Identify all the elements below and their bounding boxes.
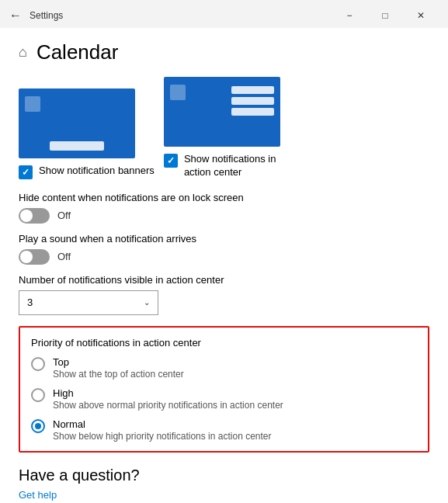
number-visible-label: Number of notifications visible in actio… xyxy=(19,274,429,286)
titlebar: ← Settings − □ ✕ xyxy=(0,0,448,28)
close-button[interactable]: ✕ xyxy=(403,3,439,28)
hide-content-row: Off xyxy=(19,208,429,224)
radio-top-label: Top xyxy=(53,356,184,368)
page-title: Calendar xyxy=(36,40,119,64)
play-sound-label: Play a sound when a notification arrives xyxy=(19,233,429,245)
hide-content-toggle[interactable] xyxy=(19,208,50,224)
back-button[interactable]: ← xyxy=(9,9,22,23)
thumb-icon-2 xyxy=(170,85,186,100)
play-sound-toggle-knob xyxy=(20,251,33,263)
radio-normal-text: Normal Show below high priority notifica… xyxy=(53,418,271,442)
thumbnail-banner xyxy=(19,88,135,158)
thumb-notif-1 xyxy=(231,86,274,94)
radio-option-high: High Show above normal priority notifica… xyxy=(31,387,417,411)
home-icon[interactable]: ⌂ xyxy=(19,44,27,61)
radio-top-desc: Show at the top of action center xyxy=(53,369,184,380)
show-action-center-checkbox[interactable] xyxy=(164,154,178,168)
show-banners-checkbox[interactable] xyxy=(19,165,33,179)
thumb-notif-stack xyxy=(231,86,274,116)
radio-high-label: High xyxy=(53,387,283,399)
show-action-center-label: Show notifications in action center xyxy=(184,153,280,179)
thumb-notif-2 xyxy=(231,97,274,105)
show-banners-row: Show notification banners xyxy=(19,165,155,179)
play-sound-toggle[interactable] xyxy=(19,249,50,265)
get-help-link[interactable]: Get help xyxy=(19,489,57,501)
radio-normal-label: Normal xyxy=(53,418,271,430)
show-action-center-row: Show notifications in action center xyxy=(164,153,280,179)
radio-high-text: High Show above normal priority notifica… xyxy=(53,387,283,411)
thumbnail-action-center xyxy=(164,77,280,147)
faq-section: Have a question? Get help xyxy=(19,467,429,501)
thumbnail-action-center-container: Show notifications in action center xyxy=(164,77,280,179)
show-banners-label: Show notification banners xyxy=(39,165,155,178)
radio-normal-desc: Show below high priority notifications i… xyxy=(53,431,271,442)
hide-content-state: Off xyxy=(57,210,71,221)
radio-high-desc: Show above normal priority notifications… xyxy=(53,400,283,411)
radio-top[interactable] xyxy=(31,357,45,371)
thumbnail-banner-container: Show notification banners xyxy=(19,88,155,179)
dropdown-arrow-icon: ⌄ xyxy=(144,298,150,307)
radio-option-normal: Normal Show below high priority notifica… xyxy=(31,418,417,442)
number-visible-value: 3 xyxy=(27,297,33,308)
titlebar-title: Settings xyxy=(30,10,63,21)
thumb-icon xyxy=(25,96,40,112)
hide-content-label: Hide content when notifications are on l… xyxy=(19,192,429,203)
titlebar-controls: − □ ✕ xyxy=(332,3,439,28)
radio-normal[interactable] xyxy=(31,419,45,433)
number-visible-wrapper: 3 ⌄ xyxy=(19,290,429,315)
faq-title: Have a question? xyxy=(19,467,429,484)
restore-button[interactable]: □ xyxy=(367,3,403,28)
titlebar-left: ← Settings xyxy=(9,9,63,23)
thumbnails-row: Show notification banners Show notificat… xyxy=(19,77,429,179)
thumb-notif-bar xyxy=(50,141,104,151)
page-header: ⌂ Calendar xyxy=(19,40,429,64)
settings-content: ⌂ Calendar Show notification banners xyxy=(0,28,448,503)
thumb-notif-3 xyxy=(231,108,274,116)
play-sound-row: Off xyxy=(19,249,429,265)
minimize-button[interactable]: − xyxy=(332,3,367,28)
radio-top-text: Top Show at the top of action center xyxy=(53,356,184,380)
priority-title: Priority of notifications in action cent… xyxy=(31,337,417,349)
radio-high[interactable] xyxy=(31,388,45,402)
radio-option-top: Top Show at the top of action center xyxy=(31,356,417,380)
number-visible-dropdown[interactable]: 3 ⌄ xyxy=(19,290,158,315)
play-sound-state: Off xyxy=(57,251,71,262)
priority-box: Priority of notifications in action cent… xyxy=(19,326,429,453)
hide-content-toggle-knob xyxy=(20,210,33,222)
